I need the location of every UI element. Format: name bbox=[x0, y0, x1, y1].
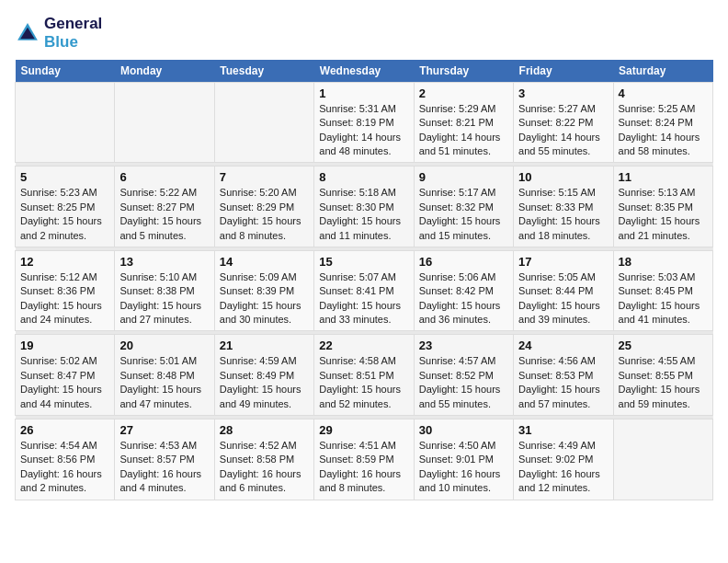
day-info: Sunrise: 4:54 AMSunset: 8:56 PMDaylight:… bbox=[20, 439, 109, 496]
day-info: Sunrise: 5:02 AMSunset: 8:47 PMDaylight:… bbox=[20, 354, 109, 411]
logo: General Blue bbox=[15, 15, 102, 52]
day-info: Sunrise: 5:05 AMSunset: 8:44 PMDaylight:… bbox=[518, 270, 608, 327]
day-number: 27 bbox=[119, 423, 209, 437]
day-number: 19 bbox=[20, 339, 109, 352]
calendar-cell: 31Sunrise: 4:49 AMSunset: 9:02 PMDayligh… bbox=[514, 419, 613, 500]
day-header-tuesday: Tuesday bbox=[214, 60, 313, 83]
day-number: 24 bbox=[518, 339, 608, 352]
calendar-cell: 3Sunrise: 5:27 AMSunset: 8:22 PMDaylight… bbox=[514, 82, 613, 163]
week-row-3: 12Sunrise: 5:12 AMSunset: 8:36 PMDayligh… bbox=[16, 250, 713, 331]
day-number: 30 bbox=[419, 423, 508, 437]
day-info: Sunrise: 5:01 AMSunset: 8:48 PMDaylight:… bbox=[119, 354, 209, 411]
day-number: 29 bbox=[319, 423, 408, 437]
day-info: Sunrise: 4:56 AMSunset: 8:53 PMDaylight:… bbox=[518, 354, 608, 411]
calendar-cell: 27Sunrise: 4:53 AMSunset: 8:57 PMDayligh… bbox=[115, 419, 214, 500]
day-info: Sunrise: 5:23 AMSunset: 8:25 PMDaylight:… bbox=[20, 186, 109, 243]
calendar-cell: 4Sunrise: 5:25 AMSunset: 8:24 PMDaylight… bbox=[613, 82, 712, 163]
day-info: Sunrise: 5:20 AMSunset: 8:29 PMDaylight:… bbox=[220, 186, 309, 243]
day-number: 13 bbox=[119, 255, 209, 269]
day-info: Sunrise: 4:58 AMSunset: 8:51 PMDaylight:… bbox=[319, 354, 408, 411]
day-number: 14 bbox=[220, 255, 309, 269]
calendar-cell: 14Sunrise: 5:09 AMSunset: 8:39 PMDayligh… bbox=[214, 250, 313, 331]
page-header: General Blue bbox=[15, 15, 713, 52]
day-number: 2 bbox=[419, 86, 508, 100]
day-number: 15 bbox=[319, 255, 408, 269]
day-info: Sunrise: 5:13 AMSunset: 8:35 PMDaylight:… bbox=[619, 186, 708, 243]
day-info: Sunrise: 4:52 AMSunset: 8:58 PMDaylight:… bbox=[220, 439, 309, 496]
day-header-sunday: Sunday bbox=[16, 60, 115, 83]
day-number: 10 bbox=[518, 170, 608, 184]
calendar-cell: 5Sunrise: 5:23 AMSunset: 8:25 PMDaylight… bbox=[16, 167, 115, 247]
day-number: 8 bbox=[319, 170, 408, 184]
day-number: 3 bbox=[518, 86, 608, 100]
day-info: Sunrise: 5:27 AMSunset: 8:22 PMDaylight:… bbox=[518, 102, 608, 159]
day-number: 12 bbox=[20, 255, 109, 269]
day-info: Sunrise: 5:29 AMSunset: 8:21 PMDaylight:… bbox=[419, 102, 508, 159]
calendar-cell: 28Sunrise: 4:52 AMSunset: 8:58 PMDayligh… bbox=[214, 419, 313, 500]
day-info: Sunrise: 4:51 AMSunset: 8:59 PMDaylight:… bbox=[319, 439, 408, 496]
logo-text-line2: Blue bbox=[44, 33, 102, 52]
day-info: Sunrise: 4:50 AMSunset: 9:01 PMDaylight:… bbox=[419, 439, 508, 496]
day-info: Sunrise: 4:59 AMSunset: 8:49 PMDaylight:… bbox=[220, 354, 309, 411]
day-info: Sunrise: 4:55 AMSunset: 8:55 PMDaylight:… bbox=[619, 354, 708, 411]
week-row-2: 5Sunrise: 5:23 AMSunset: 8:25 PMDaylight… bbox=[16, 167, 713, 247]
day-number: 1 bbox=[319, 86, 408, 100]
calendar-cell: 17Sunrise: 5:05 AMSunset: 8:44 PMDayligh… bbox=[514, 250, 613, 331]
calendar-cell bbox=[613, 419, 712, 500]
day-number: 25 bbox=[619, 339, 708, 352]
week-row-4: 19Sunrise: 5:02 AMSunset: 8:47 PMDayligh… bbox=[16, 335, 713, 416]
calendar-cell: 22Sunrise: 4:58 AMSunset: 8:51 PMDayligh… bbox=[314, 335, 414, 416]
day-info: Sunrise: 5:03 AMSunset: 8:45 PMDaylight:… bbox=[619, 270, 708, 327]
calendar-table: SundayMondayTuesdayWednesdayThursdayFrid… bbox=[15, 60, 713, 500]
day-number: 26 bbox=[20, 423, 109, 437]
calendar-cell: 1Sunrise: 5:31 AMSunset: 8:19 PMDaylight… bbox=[314, 82, 414, 163]
day-header-wednesday: Wednesday bbox=[314, 60, 414, 83]
day-info: Sunrise: 4:49 AMSunset: 9:02 PMDaylight:… bbox=[518, 439, 608, 496]
calendar-cell: 16Sunrise: 5:06 AMSunset: 8:42 PMDayligh… bbox=[414, 250, 513, 331]
day-info: Sunrise: 5:18 AMSunset: 8:30 PMDaylight:… bbox=[319, 186, 408, 243]
calendar-cell: 6Sunrise: 5:22 AMSunset: 8:27 PMDaylight… bbox=[115, 167, 214, 247]
day-info: Sunrise: 5:17 AMSunset: 8:32 PMDaylight:… bbox=[419, 186, 508, 243]
day-headers-row: SundayMondayTuesdayWednesdayThursdayFrid… bbox=[16, 60, 713, 83]
day-number: 7 bbox=[220, 170, 309, 184]
calendar-cell: 2Sunrise: 5:29 AMSunset: 8:21 PMDaylight… bbox=[414, 82, 513, 163]
week-row-1: 1Sunrise: 5:31 AMSunset: 8:19 PMDaylight… bbox=[16, 82, 713, 163]
day-info: Sunrise: 5:15 AMSunset: 8:33 PMDaylight:… bbox=[518, 186, 608, 243]
week-row-5: 26Sunrise: 4:54 AMSunset: 8:56 PMDayligh… bbox=[16, 419, 713, 500]
calendar-cell: 12Sunrise: 5:12 AMSunset: 8:36 PMDayligh… bbox=[16, 250, 115, 331]
day-number: 22 bbox=[319, 339, 408, 352]
day-number: 16 bbox=[419, 255, 508, 269]
calendar-cell: 20Sunrise: 5:01 AMSunset: 8:48 PMDayligh… bbox=[115, 335, 214, 416]
day-header-friday: Friday bbox=[514, 60, 613, 83]
calendar-cell: 10Sunrise: 5:15 AMSunset: 8:33 PMDayligh… bbox=[514, 167, 613, 247]
calendar-cell: 19Sunrise: 5:02 AMSunset: 8:47 PMDayligh… bbox=[16, 335, 115, 416]
day-info: Sunrise: 5:06 AMSunset: 8:42 PMDaylight:… bbox=[419, 270, 508, 327]
calendar-cell: 7Sunrise: 5:20 AMSunset: 8:29 PMDaylight… bbox=[214, 167, 313, 247]
logo-text-line1: General bbox=[44, 15, 102, 33]
day-info: Sunrise: 5:10 AMSunset: 8:38 PMDaylight:… bbox=[119, 270, 209, 327]
calendar-cell: 8Sunrise: 5:18 AMSunset: 8:30 PMDaylight… bbox=[314, 167, 414, 247]
calendar-cell: 24Sunrise: 4:56 AMSunset: 8:53 PMDayligh… bbox=[514, 335, 613, 416]
logo-icon bbox=[15, 20, 40, 46]
day-header-thursday: Thursday bbox=[414, 60, 513, 83]
day-number: 21 bbox=[220, 339, 309, 352]
calendar-cell: 26Sunrise: 4:54 AMSunset: 8:56 PMDayligh… bbox=[16, 419, 115, 500]
day-header-monday: Monday bbox=[115, 60, 214, 83]
day-info: Sunrise: 5:22 AMSunset: 8:27 PMDaylight:… bbox=[119, 186, 209, 243]
calendar-cell: 29Sunrise: 4:51 AMSunset: 8:59 PMDayligh… bbox=[314, 419, 414, 500]
calendar-cell bbox=[115, 82, 214, 163]
day-info: Sunrise: 5:09 AMSunset: 8:39 PMDaylight:… bbox=[220, 270, 309, 327]
calendar-cell: 9Sunrise: 5:17 AMSunset: 8:32 PMDaylight… bbox=[414, 167, 513, 247]
calendar-cell: 25Sunrise: 4:55 AMSunset: 8:55 PMDayligh… bbox=[613, 335, 712, 416]
day-number: 23 bbox=[419, 339, 508, 352]
calendar-cell: 21Sunrise: 4:59 AMSunset: 8:49 PMDayligh… bbox=[214, 335, 313, 416]
day-info: Sunrise: 5:25 AMSunset: 8:24 PMDaylight:… bbox=[619, 102, 708, 159]
calendar-cell: 30Sunrise: 4:50 AMSunset: 9:01 PMDayligh… bbox=[414, 419, 513, 500]
day-number: 18 bbox=[619, 255, 708, 269]
day-number: 9 bbox=[419, 170, 508, 184]
calendar-cell: 23Sunrise: 4:57 AMSunset: 8:52 PMDayligh… bbox=[414, 335, 513, 416]
day-info: Sunrise: 5:31 AMSunset: 8:19 PMDaylight:… bbox=[319, 102, 408, 159]
calendar-cell bbox=[16, 82, 115, 163]
day-number: 28 bbox=[220, 423, 309, 437]
calendar-cell: 13Sunrise: 5:10 AMSunset: 8:38 PMDayligh… bbox=[115, 250, 214, 331]
